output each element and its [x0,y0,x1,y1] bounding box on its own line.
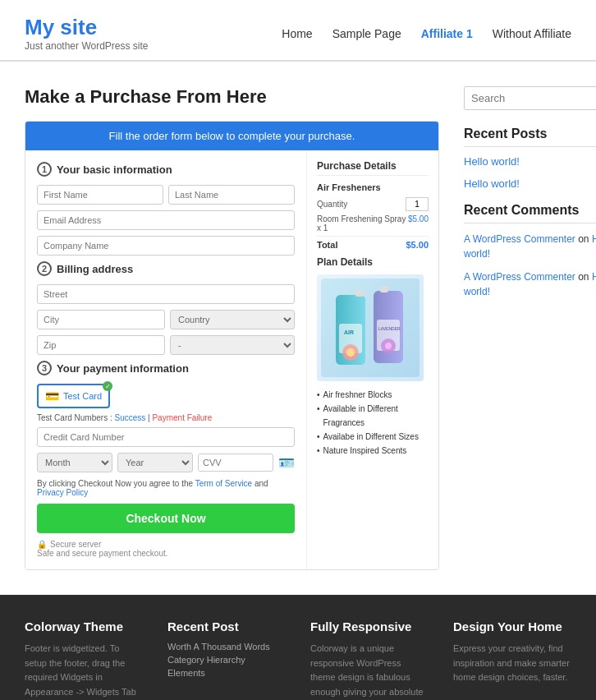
feature-2: • Available in Different Fragrances [317,402,429,430]
cvv-row: Month Year 🪪 [37,453,295,472]
footer-col-3-text: Colorway is a unique responsive WordPres… [310,642,429,700]
nav-sample-page[interactable]: Sample Page [332,27,401,40]
site-header: My site Just another WordPress site Home… [0,0,596,61]
terms-and: and [254,479,268,488]
svg-text:AIR: AIR [344,329,354,335]
checkout-header: Fill the order form below to complete yo… [25,122,438,150]
commenter-2-link[interactable]: A WordPress Commenter [464,271,575,283]
first-name-input[interactable] [37,185,163,205]
footer-link-3[interactable]: Elements [167,668,286,678]
svg-point-13 [385,343,392,349]
checkout-box: Fill the order form below to complete yo… [25,121,439,570]
step3-label: Your payment information [57,362,189,375]
comment-1-on: on [578,233,589,245]
step1-number: 1 [37,162,52,177]
step3-number: 3 [37,361,52,375]
test-card-button[interactable]: 💳 Test Card ✓ [37,384,110,408]
footer-link-2[interactable]: Category Hierarchy [167,655,286,665]
search-box: 🔍 [464,86,596,110]
company-input[interactable] [37,236,295,256]
quantity-input[interactable] [406,197,429,211]
step2-heading: 2 Billing address [37,261,295,276]
site-tagline: Just another WordPress site [25,40,149,52]
product-name: Room Freshening Spray x 1 [317,214,408,233]
footer-col-1-title: Colorway Theme [25,619,143,633]
recent-comments-section: Recent Comments A WordPress Commenter on… [464,203,596,299]
plan-features: • Air freshner Blocks • Available in Dif… [317,388,429,458]
footer-col-4-title: Design Your Home [453,619,571,633]
month-select[interactable]: Month [37,453,112,472]
product-price: $5.00 [408,214,429,233]
step3-heading: 3 Your payment information [37,361,295,375]
feature-1: • Air freshner Blocks [317,388,429,402]
step2-label: Billing address [57,263,133,275]
cvv-input[interactable] [198,454,273,472]
form-section: 1 Your basic information 2 Billing addre… [25,150,307,569]
year-select[interactable]: Year [117,453,193,472]
footer-col-4: Design Your Home Express your creativity… [453,619,571,700]
checkout-button[interactable]: Checkout Now [37,504,295,533]
product-row: Room Freshening Spray x 1 $5.00 [317,214,429,233]
content-area: Make a Purchase From Here Fill the order… [25,86,439,570]
total-price: $5.00 [406,240,429,250]
commenter-1-link[interactable]: A WordPress Commenter [464,233,575,245]
zip-select[interactable]: - [170,335,295,355]
city-input[interactable] [37,310,165,329]
svg-text:LAVENDER: LAVENDER [378,326,401,331]
terms-link[interactable]: Term of Service [195,479,252,488]
svg-rect-9 [380,286,388,292]
terms-text: By clicking Checkout Now you agree to th… [37,479,295,497]
site-branding: My site Just another WordPress site [25,15,149,52]
lock-icon: 🔒 [37,540,47,549]
footer-cols: Colorway Theme Footer is widgetized. To … [0,595,596,700]
main-container: Make a Purchase From Here Fill the order… [0,62,596,595]
purchase-section: Purchase Details Air Fresheners Quantity… [307,150,438,569]
nav-without-affiliate[interactable]: Without Affiliate [493,27,571,40]
secure-row: 🔒 Secure server [37,540,295,549]
street-input[interactable] [37,284,295,304]
email-input[interactable] [37,210,295,230]
privacy-link[interactable]: Privacy Policy [37,488,88,497]
footer: Colorway Theme Footer is widgetized. To … [0,595,596,700]
cc-number-input[interactable] [37,427,295,447]
step1-heading: 1 Your basic information [37,162,295,177]
quantity-label: Quantity [317,200,347,209]
test-card-label: Test Card Numbers : [37,413,114,422]
post-link-1[interactable]: Hello world! [464,155,596,168]
footer-col-3: Fully Responsive Colorway is a unique re… [310,619,429,700]
failure-link[interactable]: Payment Failure [152,413,212,422]
recent-posts-title: Recent Posts [464,127,596,147]
quantity-row: Quantity [317,197,429,211]
footer-col-4-text: Express your creativity, find inspiratio… [453,642,571,685]
last-name-input[interactable] [168,185,295,205]
page-title: Make a Purchase From Here [25,86,439,108]
success-link[interactable]: Success [114,413,145,422]
step1-label: Your basic information [57,163,172,176]
plan-title: Plan Details [317,256,429,268]
comment-1: A WordPress Commenter on Hello world! [464,232,596,261]
city-country-row: Country [37,310,295,329]
comment-2-on: on [578,271,589,283]
site-title: My site [25,15,149,40]
zip-input[interactable] [37,335,165,355]
name-row [37,185,295,205]
test-card-numbers: Test Card Numbers : Success | Payment Fa… [37,413,295,422]
total-label: Total [317,240,337,250]
product-image: AIR LAVENDER [317,274,424,381]
nav-affiliate1[interactable]: Affiliate 1 [421,27,473,40]
post-link-2[interactable]: Hello world! [464,177,596,190]
purchase-title: Purchase Details [317,160,429,176]
card-btn-label: Test Card [63,391,102,401]
step2-number: 2 [37,261,52,276]
card-icon: 💳 [45,389,59,403]
search-input[interactable] [465,87,596,109]
main-nav: Home Sample Page Affiliate 1 Without Aff… [282,27,571,40]
recent-comments-title: Recent Comments [464,203,596,223]
check-icon: ✓ [103,381,112,391]
footer-col-3-title: Fully Responsive [310,619,429,633]
zip-row: - [37,335,295,355]
nav-home[interactable]: Home [282,27,312,40]
country-select[interactable]: Country [170,310,295,329]
comment-2: A WordPress Commenter on Hello world! [464,269,596,299]
footer-link-1[interactable]: Worth A Thousand Words [167,642,286,652]
